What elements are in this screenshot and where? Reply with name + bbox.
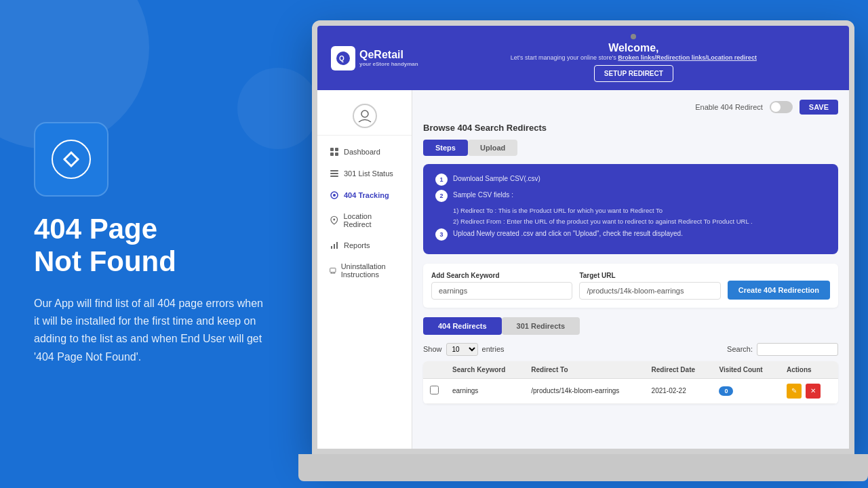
setup-redirect-button[interactable]: SETUP REDIRECT: [594, 65, 673, 82]
table-row: earnings /products/14k-bloom-earrings 20…: [423, 378, 838, 403]
svg-point-3: [361, 110, 368, 117]
url-group: Target URL: [579, 272, 720, 300]
promo-title: 404 Page Not Found: [34, 213, 264, 279]
logo-tagline: your eStore handyman: [359, 61, 418, 67]
laptop-screen: Q QeRetail your eStore handyman Welcome,…: [312, 20, 854, 454]
edit-button[interactable]: ✎: [787, 384, 802, 399]
svg-rect-15: [334, 244, 335, 249]
tab-404-redirects[interactable]: 404 Redirects: [423, 317, 502, 335]
step-text-2: Sample CSV fields :: [453, 190, 513, 200]
tab-steps[interactable]: Steps: [423, 140, 468, 156]
user-icon: [357, 108, 372, 123]
form-row: Add Search Keyword Target URL Create 404…: [423, 264, 838, 308]
visited-count-badge: 0: [719, 386, 733, 396]
svg-rect-16: [336, 242, 338, 249]
section-title: Browse 404 Search Redirects: [423, 123, 838, 133]
promo-icon: [51, 139, 92, 180]
logo-svg: Q: [335, 50, 351, 66]
svg-rect-5: [335, 148, 338, 151]
user-avatar: [353, 104, 377, 128]
row-keyword: earnings: [446, 378, 524, 403]
keyword-label: Add Search Keyword: [431, 272, 572, 279]
promo-section: 404 Page Not Found Our App will find lis…: [0, 0, 298, 488]
step-num-1: 1: [435, 174, 448, 186]
enable-row: Enable 404 Redirect SAVE: [423, 100, 838, 115]
entries-select[interactable]: 10 25 50 100: [446, 343, 478, 356]
welcome-link: Broken links/Redirection links/Location …: [618, 54, 757, 61]
step-sub-1: 1) Redirect To : This is the Product URL…: [453, 206, 826, 215]
save-button[interactable]: SAVE: [800, 100, 838, 115]
sidebar-label-301: 301 List Status: [344, 169, 393, 178]
svg-rect-17: [330, 268, 336, 272]
svg-rect-8: [330, 170, 338, 171]
sidebar: Dashboard 301 List Status: [317, 90, 412, 449]
svg-rect-14: [331, 246, 332, 249]
step-1: 1 Download Sample CSV(.csv): [435, 174, 826, 186]
sidebar-item-reports[interactable]: Reports: [321, 235, 408, 256]
sidebar-item-dashboard[interactable]: Dashboard: [321, 142, 408, 162]
col-redirect-to: Redirect To: [524, 361, 644, 379]
svg-rect-10: [330, 176, 338, 177]
svg-point-13: [333, 219, 335, 221]
logo-icon: Q: [331, 46, 355, 70]
keyword-input[interactable]: [431, 282, 572, 300]
app-ui: Q QeRetail your eStore handyman Welcome,…: [317, 26, 849, 449]
step-num-2: 2: [435, 190, 448, 202]
search-box: Search:: [727, 343, 838, 356]
redirect-tabs: 404 Redirects 301 Redirects: [423, 317, 838, 335]
uninstall-icon: [330, 266, 336, 275]
toggle-knob: [771, 102, 781, 112]
step-text-1: Download Sample CSV(.csv): [453, 174, 540, 184]
logo-name: QeRetail: [359, 49, 418, 61]
location-icon: [330, 216, 339, 225]
header-center: Welcome, Let's start managing your onlin…: [432, 34, 835, 82]
main-content: Enable 404 Redirect SAVE Browse 404 Sear…: [412, 90, 849, 449]
search-label: Search:: [727, 345, 753, 353]
keyword-group: Add Search Keyword: [431, 272, 572, 300]
sidebar-item-location-redirect[interactable]: Location Redirect: [321, 207, 408, 234]
laptop-container: Q QeRetail your eStore handyman Welcome,…: [298, 20, 868, 481]
row-checkbox-cell: [423, 378, 446, 403]
tab-upload[interactable]: Upload: [468, 140, 517, 156]
sidebar-item-uninstall[interactable]: Uninstallation Instructions: [321, 257, 408, 284]
svg-rect-9: [330, 173, 338, 174]
sidebar-label-reports: Reports: [344, 241, 370, 249]
reports-icon: [330, 241, 339, 250]
col-date: Redirect Date: [645, 361, 713, 379]
row-visited: 0: [712, 378, 780, 403]
delete-button[interactable]: ✕: [806, 384, 821, 399]
show-entries: Show 10 25 50 100 entries: [423, 343, 505, 356]
data-table: Search Keyword Redirect To Redirect Date…: [423, 361, 838, 404]
step-3: 3 Upload Newly created .csv and click on…: [435, 228, 826, 241]
app-header: Q QeRetail your eStore handyman Welcome,…: [317, 26, 849, 90]
tab-301-redirects[interactable]: 301 Redirects: [502, 317, 580, 335]
app-logo: Q QeRetail your eStore handyman: [331, 46, 418, 70]
welcome-title: Welcome,: [432, 42, 835, 54]
promo-icon-box: [34, 122, 108, 197]
sidebar-label-uninstall: Uninstallation Instructions: [341, 262, 399, 279]
svg-point-0: [52, 140, 90, 178]
sidebar-label-404: 404 Tracking: [344, 191, 389, 199]
svg-rect-7: [335, 152, 338, 156]
step-num-3: 3: [435, 228, 448, 241]
tabs-row: Steps Upload: [423, 140, 838, 156]
svg-point-12: [333, 194, 336, 197]
row-checkbox[interactable]: [430, 386, 439, 394]
url-label: Target URL: [579, 272, 720, 279]
col-keyword: Search Keyword: [446, 361, 524, 379]
create-redirection-button[interactable]: Create 404 Redirection: [728, 281, 830, 300]
step-text-3: Upload Newly created .csv and click on "…: [453, 228, 683, 239]
sidebar-label-dashboard: Dashboard: [344, 148, 380, 156]
sidebar-item-404-tracking[interactable]: 404 Tracking: [321, 185, 408, 205]
grid-icon: [330, 147, 339, 157]
url-input[interactable]: [579, 282, 720, 300]
sidebar-item-301-list[interactable]: 301 List Status: [321, 163, 408, 184]
search-input[interactable]: [757, 343, 838, 356]
welcome-subtitle: Let's start managing your online store's…: [432, 54, 835, 61]
app-body: Dashboard 301 List Status: [317, 90, 849, 449]
svg-text:Q: Q: [339, 55, 344, 62]
show-label: Show: [423, 345, 442, 353]
step-2: 2 Sample CSV fields :: [435, 190, 826, 202]
enable-toggle[interactable]: [770, 101, 793, 113]
logo-text-area: QeRetail your eStore handyman: [359, 49, 418, 67]
